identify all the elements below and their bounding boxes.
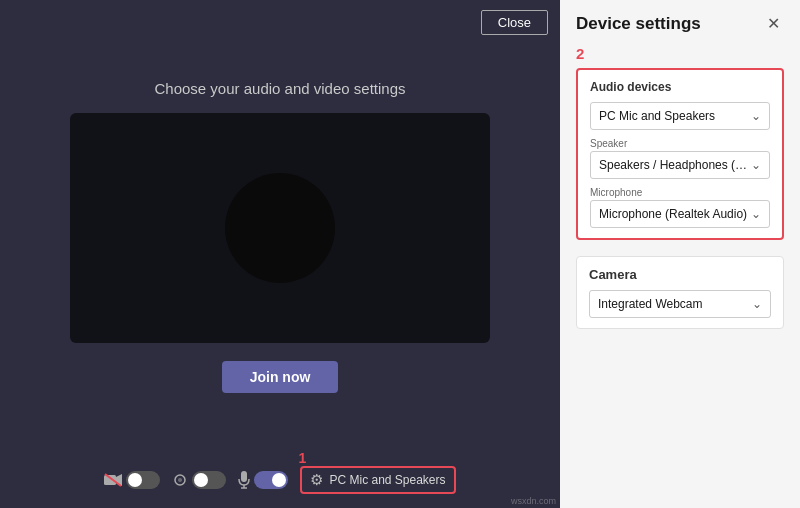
audio-section-label: Audio devices bbox=[590, 80, 770, 94]
join-now-button[interactable]: Join now bbox=[222, 361, 339, 393]
blur-icon bbox=[172, 472, 188, 488]
left-panel: Close Choose your audio and video settin… bbox=[0, 0, 560, 508]
mic-label: Microphone bbox=[590, 187, 770, 198]
mic-value: Microphone (Realtek Audio) bbox=[599, 207, 747, 221]
svg-rect-5 bbox=[241, 471, 247, 482]
close-button[interactable]: Close bbox=[481, 10, 548, 35]
speaker-label: Speaker bbox=[590, 138, 770, 149]
panel-header: Device settings ✕ bbox=[576, 12, 784, 35]
close-panel-button[interactable]: ✕ bbox=[763, 12, 784, 35]
video-circle bbox=[225, 173, 335, 283]
blur-toggle[interactable] bbox=[192, 471, 226, 489]
speaker-value: Speakers / Headphones (Realtek Aud... bbox=[599, 158, 751, 172]
blur-toggle-group bbox=[172, 471, 226, 489]
settings-box[interactable]: 1 ⚙ PC Mic and Speakers bbox=[300, 466, 455, 494]
speaker-dropdown[interactable]: Speakers / Headphones (Realtek Aud... ⌄ bbox=[590, 151, 770, 179]
mic-toggle-group bbox=[238, 471, 288, 489]
mic-icon bbox=[238, 471, 250, 489]
camera-icon bbox=[104, 473, 122, 487]
mic-chevron: ⌄ bbox=[751, 207, 761, 221]
gear-icon: ⚙ bbox=[310, 471, 323, 489]
badge-1: 1 bbox=[298, 450, 306, 466]
speaker-chevron: ⌄ bbox=[751, 158, 761, 172]
badge-2: 2 bbox=[576, 45, 784, 62]
mic-toggle[interactable] bbox=[254, 471, 288, 489]
video-preview bbox=[70, 113, 490, 343]
camera-value: Integrated Webcam bbox=[598, 297, 703, 311]
panel-title: Device settings bbox=[576, 14, 701, 34]
audio-device-chevron: ⌄ bbox=[751, 109, 761, 123]
camera-dropdown[interactable]: Integrated Webcam ⌄ bbox=[589, 290, 771, 318]
svg-point-4 bbox=[178, 478, 182, 482]
watermark: wsxdn.com bbox=[511, 496, 556, 506]
audio-device-dropdown[interactable]: PC Mic and Speakers ⌄ bbox=[590, 102, 770, 130]
choose-text: Choose your audio and video settings bbox=[154, 80, 405, 97]
camera-toggle[interactable] bbox=[126, 471, 160, 489]
camera-chevron: ⌄ bbox=[752, 297, 762, 311]
mic-dropdown[interactable]: Microphone (Realtek Audio) ⌄ bbox=[590, 200, 770, 228]
camera-section-label: Camera bbox=[589, 267, 771, 282]
right-panel: Device settings ✕ 2 Audio devices PC Mic… bbox=[560, 0, 800, 508]
settings-label: PC Mic and Speakers bbox=[329, 473, 445, 487]
camera-toggle-group bbox=[104, 471, 160, 489]
audio-section: Audio devices PC Mic and Speakers ⌄ Spea… bbox=[576, 68, 784, 240]
audio-device-value: PC Mic and Speakers bbox=[599, 109, 715, 123]
camera-section: Camera Integrated Webcam ⌄ bbox=[576, 256, 784, 329]
toolbar: 1 ⚙ PC Mic and Speakers bbox=[0, 466, 560, 494]
